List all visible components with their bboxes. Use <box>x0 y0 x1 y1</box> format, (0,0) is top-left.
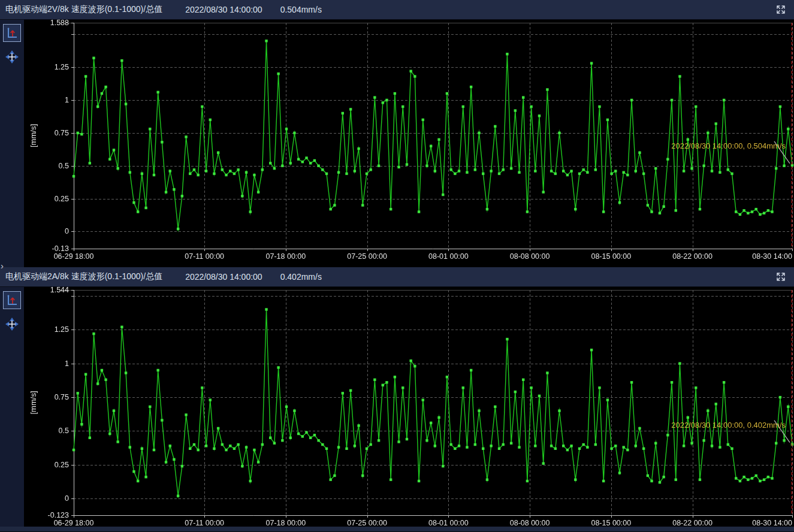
bottom-bar <box>0 527 794 531</box>
cursor-timestamp: 2022/08/30 14:00:00 <box>185 272 262 282</box>
plot-region: 2022/08/30 14:00:00, 0.504mm/s <box>24 20 794 267</box>
trend-chart-canvas[interactable] <box>24 20 794 267</box>
chart-toolbar <box>0 287 24 527</box>
trend-panel-2a: 电机驱动端2A/8k 速度波形(0.1-1000)/总值 2022/08/30 … <box>0 267 794 527</box>
trend-chart-canvas[interactable] <box>24 287 794 527</box>
chart-body: 2022/08/30 14:00:00, 0.504mm/s <box>0 20 794 267</box>
trend-panel-2v: 电机驱动端2V/8k 速度波形(0.1-1000)/总值 2022/08/30 … <box>0 0 794 267</box>
fullscreen-icon[interactable] <box>775 271 787 283</box>
chart-title: 电机驱动端2V/8k 速度波形(0.1-1000)/总值 <box>5 4 162 15</box>
expand-sidebar-chevron-icon[interactable]: › <box>1 262 4 270</box>
chart-header: 电机驱动端2A/8k 速度波形(0.1-1000)/总值 2022/08/30 … <box>0 267 794 287</box>
cursor-timestamp: 2022/08/30 14:00:00 <box>185 5 262 14</box>
plot-region: 2022/08/30 14:00:00, 0.402mm/s <box>24 287 794 527</box>
chart-title: 电机驱动端2A/8k 速度波形(0.1-1000)/总值 <box>5 271 162 282</box>
chart-toolbar <box>0 20 24 267</box>
monitoring-app: { "app": { "collapse_chevron": "\u203a" … <box>0 0 794 532</box>
pan-tool[interactable] <box>4 316 20 332</box>
y-scale-tool[interactable] <box>3 291 21 309</box>
cursor-value: 0.402mm/s <box>280 272 322 282</box>
chart-header: 电机驱动端2V/8k 速度波形(0.1-1000)/总值 2022/08/30 … <box>0 0 794 20</box>
pan-tool[interactable] <box>4 49 20 65</box>
cursor-value: 0.504mm/s <box>280 5 322 14</box>
y-scale-tool[interactable] <box>3 24 21 42</box>
chart-body: 2022/08/30 14:00:00, 0.402mm/s <box>0 287 794 527</box>
fullscreen-icon[interactable] <box>775 4 787 16</box>
